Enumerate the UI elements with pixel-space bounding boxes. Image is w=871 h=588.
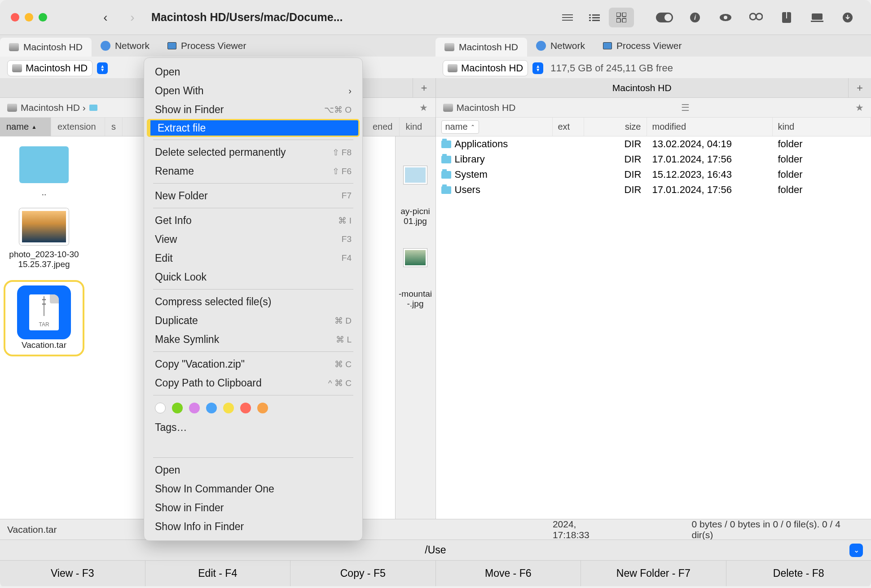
footer-move-button[interactable]: Move - F6 [436,561,581,586]
footer-view-button[interactable]: View - F3 [0,561,145,586]
connect-button[interactable] [805,8,830,27]
table-row[interactable]: LibraryDIR17.01.2024, 17:56folder [436,152,871,167]
menu-open[interactable]: Open [144,62,362,81]
menu-delete-permanently[interactable]: Delete selected permanently⇧ F8 [144,143,362,162]
footer-copy-button[interactable]: Copy - F5 [290,561,436,586]
tag-color-dot[interactable] [206,403,217,413]
file-item-vacation-tar[interactable]: TAR Vacation.tar [4,280,84,356]
hidden-files-toggle[interactable] [652,8,677,27]
menu-rename[interactable]: Rename⇧ F6 [144,162,362,180]
menu-tags[interactable]: Tags… [144,418,362,437]
drive-dropdown-button[interactable]: ▲▼ [97,62,108,74]
list-lines-view-button[interactable] [555,8,580,27]
favorite-star-icon[interactable]: ★ [419,102,428,113]
icon-view-button[interactable] [609,8,634,27]
drive-selector-left[interactable]: Macintosh HD [7,60,92,76]
footer-newfolder-button[interactable]: New Folder - F7 [581,561,726,586]
menu-quick-look[interactable]: Quick Look [144,268,362,286]
item-label: .. [42,188,47,197]
right-column-headers: name⌃ ext size modified kind [436,118,871,136]
disk-icon [12,64,22,72]
chevron-right-icon: › [348,86,352,96]
menu-show-in-finder-2[interactable]: Show in Finder [144,498,362,517]
drive-selector-right[interactable]: Macintosh HD [443,60,528,76]
list-toggle-icon[interactable]: ☰ [681,102,690,113]
tab-right-process-viewer[interactable]: Process Viewer [594,35,691,57]
header-ext[interactable]: ext [553,118,584,136]
tag-color-dot[interactable] [155,403,166,413]
header-name[interactable]: name▲ [0,118,51,136]
back-button[interactable]: ‹ [92,6,119,29]
table-row[interactable]: UsersDIR17.01.2024, 17:56folder [436,182,871,197]
row-kind: folder [773,154,871,165]
header-size[interactable]: size [584,118,647,136]
archive-button[interactable] [774,8,799,27]
menu-view[interactable]: ViewF3 [144,230,362,249]
tag-color-dot[interactable] [172,403,183,413]
file-item-photo[interactable]: photo_2023-10-30 15.25.37.jpeg [4,208,84,269]
header-name[interactable]: name⌃ [436,118,553,136]
preview-thumbnail[interactable] [404,249,427,267]
tag-color-dot[interactable] [257,403,268,413]
preview-button[interactable] [713,8,738,27]
zoom-window-button[interactable] [39,13,47,22]
search-button[interactable] [743,8,769,27]
breadcrumb-text: Macintosh HD [457,102,516,113]
path-dropdown-button[interactable]: ⌄ [849,544,863,557]
folder-tab[interactable]: Macintosh HD [436,78,849,97]
tab-left-macintosh-hd[interactable]: Macintosh HD [0,38,92,57]
menu-separator [153,351,353,352]
menu-new-folder[interactable]: New FolderF7 [144,186,362,205]
info-button[interactable]: i [682,8,708,27]
header-kind[interactable]: kind [773,118,871,136]
header-size[interactable]: s [105,118,123,136]
drive-name: Macintosh HD [461,62,523,74]
menu-copy-path[interactable]: Copy Path to Clipboard^ ⌘ C [144,373,362,392]
right-breadcrumb[interactable]: Macintosh HD ☰ ★ [436,98,871,118]
header-opened[interactable]: ened [364,118,400,136]
close-window-button[interactable] [11,13,19,22]
menu-copy-zip[interactable]: Copy "Vacation.zip"⌘ C [144,355,362,373]
menu-show-commander-one[interactable]: Show In Commander One [144,479,362,498]
preview-thumbnail[interactable] [404,166,427,184]
breadcrumb-text: Macintosh HD › [21,102,86,113]
header-modified[interactable]: modified [647,118,773,136]
footer-edit-button[interactable]: Edit - F4 [145,561,291,586]
add-tab-button[interactable]: + [413,78,436,97]
menu-show-in-finder[interactable]: Show in Finder⌥⌘ O [144,100,362,119]
right-file-list[interactable]: ApplicationsDIR13.02.2024, 04:19folderLi… [436,136,871,519]
download-button[interactable] [835,8,860,27]
menu-extract-file[interactable]: Extract file [147,119,360,137]
minimize-window-button[interactable] [25,13,33,22]
menu-get-info[interactable]: Get Info⌘ I [144,211,362,230]
folder-icon [19,146,69,183]
table-row[interactable]: ApplicationsDIR13.02.2024, 04:19folder [436,136,871,152]
preview-caption: ay-picni 01.jpg [396,206,436,226]
tab-right-macintosh-hd[interactable]: Macintosh HD [436,38,527,57]
tag-color-dot[interactable] [189,403,200,413]
footer-delete-button[interactable]: Delete - F8 [726,561,871,586]
tab-right-network[interactable]: Network [527,35,594,57]
tab-left-network[interactable]: Network [92,35,158,57]
parent-folder-item[interactable]: .. [4,146,84,197]
forward-button[interactable]: › [119,6,146,29]
menu-duplicate[interactable]: Duplicate⌘ D [144,311,362,330]
menu-compress[interactable]: Compress selected file(s) [144,292,362,311]
favorite-star-icon[interactable]: ★ [855,102,864,113]
menu-show-info-finder[interactable]: Show Info in Finder [144,517,362,536]
header-kind[interactable]: kind [400,118,436,136]
header-extension[interactable]: extension [51,118,105,136]
table-row[interactable]: SystemDIR15.12.2023, 16:43folder [436,167,871,182]
drive-dropdown-button[interactable]: ▲▼ [532,62,543,74]
folder-icon [441,186,451,194]
tag-color-dot[interactable] [240,403,251,413]
tab-left-process-viewer[interactable]: Process Viewer [158,35,255,57]
menu-open-2[interactable]: Open [144,461,362,479]
menu-edit[interactable]: EditF4 [144,249,362,268]
add-tab-button[interactable]: + [849,78,871,97]
list-detail-view-button[interactable] [582,8,607,27]
menu-open-with[interactable]: Open With› [144,81,362,100]
menu-make-symlink[interactable]: Make Symlink⌘ L [144,330,362,349]
tag-color-dot[interactable] [223,403,234,413]
path-text[interactable]: /Use [425,544,446,556]
